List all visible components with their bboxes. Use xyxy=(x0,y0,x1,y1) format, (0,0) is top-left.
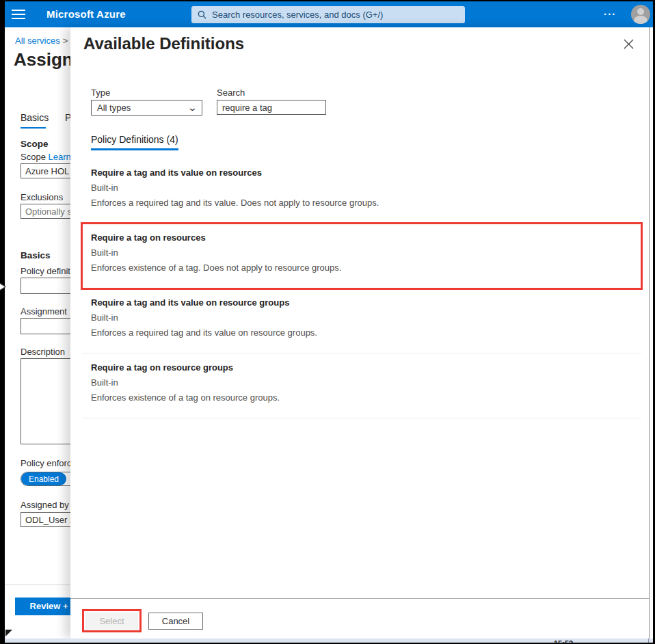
azure-brand-title: Microsoft Azure xyxy=(46,8,126,20)
exclusions-label: Exclusions xyxy=(21,192,63,202)
breadcrumb-all-services-link[interactable]: All services xyxy=(15,36,60,46)
search-icon xyxy=(198,10,206,19)
definition-description: Enforces existence of a tag. Does not ap… xyxy=(91,263,641,273)
definition-type: Built-in xyxy=(91,183,641,193)
cancel-button[interactable]: Cancel xyxy=(148,613,203,630)
definition-search-label: Search xyxy=(217,88,245,98)
policy-enforcement-label: Policy enforc xyxy=(21,458,70,468)
select-highlight-box: Select xyxy=(82,609,142,632)
azure-top-bar: Microsoft Azure Search resources, servic… xyxy=(5,1,653,27)
definition-item[interactable]: Require a tag on resource groups Built-i… xyxy=(82,353,641,418)
definition-description: Enforces a required tag and its value. D… xyxy=(91,198,641,208)
scope-label: Scope xyxy=(21,152,46,162)
corner-cursor-icon xyxy=(5,630,12,636)
breadcrumb-chevron-icon: > xyxy=(63,36,68,46)
definition-type: Built-in xyxy=(91,312,641,323)
scope-input[interactable] xyxy=(21,163,70,178)
assignment-name-input[interactable] xyxy=(21,318,70,334)
definition-item[interactable]: Require a tag and its value on resource … xyxy=(82,289,641,353)
available-definitions-panel: Available Definitions Type All types ⌄ S… xyxy=(70,27,650,639)
definition-description: Enforces a required tag and its value on… xyxy=(91,327,641,338)
scope-label-row: Scope Learn xyxy=(21,152,70,162)
review-create-button[interactable]: Review + c xyxy=(15,598,70,615)
definition-name: Require a tag and its value on resources xyxy=(91,167,641,178)
more-options-icon[interactable]: ... xyxy=(604,5,617,17)
os-taskbar: 15:52 xyxy=(5,639,653,643)
scope-learn-link[interactable]: Learn xyxy=(49,152,71,162)
tab-basics-underline xyxy=(21,127,46,129)
type-label: Type xyxy=(91,88,110,98)
tab-policy-definitions[interactable]: Policy Definitions (4) xyxy=(91,134,178,145)
definition-name: Require a tag and its value on resource … xyxy=(91,297,641,308)
scope-heading: Scope xyxy=(21,139,49,149)
assign-policy-page: All services> Assign p Basics Pa Scope S… xyxy=(5,27,70,639)
portal-page: All services> Assign p Basics Pa Scope S… xyxy=(5,27,653,639)
global-search-placeholder: Search resources, services, and docs (G+… xyxy=(212,10,383,20)
type-dropdown[interactable]: All types ⌄ xyxy=(91,100,202,116)
panel-title: Available Definitions xyxy=(83,34,244,53)
tab-policy-definitions-underline xyxy=(91,148,178,150)
definition-description: Enforces existence of a tag on resource … xyxy=(91,392,641,403)
hamburger-menu-icon[interactable] xyxy=(12,10,25,19)
avatar-person-icon xyxy=(637,8,644,15)
policy-definition-input[interactable] xyxy=(21,278,70,294)
close-icon[interactable] xyxy=(621,37,635,51)
definition-type: Built-in xyxy=(91,377,641,388)
taskbar-separator xyxy=(648,639,649,643)
select-button[interactable]: Select xyxy=(85,613,138,630)
breadcrumb[interactable]: All services> xyxy=(15,36,68,46)
policy-enforcement-toggle[interactable]: Enabled xyxy=(21,472,70,486)
definition-item[interactable]: Require a tag on resources Built-in Enfo… xyxy=(82,224,641,289)
policy-definition-label: Policy definiti xyxy=(21,266,70,276)
basics-heading: Basics xyxy=(21,250,51,260)
tab-parameters[interactable]: Pa xyxy=(65,112,70,123)
definition-name: Require a tag on resource groups xyxy=(91,362,641,373)
description-textarea[interactable] xyxy=(21,358,70,444)
tab-basics[interactable]: Basics xyxy=(21,112,49,123)
type-dropdown-value: All types xyxy=(97,103,131,113)
definition-type: Built-in xyxy=(91,247,641,258)
definition-name: Require a tag on resources xyxy=(91,232,641,243)
taskbar-clock: 15:52 xyxy=(554,639,573,643)
page-title: Assign p xyxy=(14,49,70,70)
global-search-input[interactable]: Search resources, services, and docs (G+… xyxy=(191,6,465,23)
edge-cursor-arrow-icon xyxy=(0,281,6,295)
panel-footer-separator xyxy=(70,598,649,599)
definition-item[interactable]: Require a tag and its value on resources… xyxy=(82,159,641,224)
policy-definitions-list: Require a tag and its value on resources… xyxy=(82,159,641,418)
footer-divider xyxy=(5,585,70,585)
screenshot-root: Microsoft Azure Search resources, servic… xyxy=(0,0,655,644)
account-avatar[interactable] xyxy=(631,5,650,24)
assigned-by-label: Assigned by xyxy=(21,500,69,510)
enforcement-enabled-option[interactable]: Enabled xyxy=(21,472,66,485)
assigned-by-input[interactable] xyxy=(21,512,70,527)
description-label: Description xyxy=(21,347,65,357)
exclusions-input[interactable] xyxy=(21,204,70,219)
chevron-down-icon: ⌄ xyxy=(187,103,198,113)
definition-search-input[interactable] xyxy=(217,100,326,115)
assignment-label: Assignment xyxy=(21,306,67,317)
